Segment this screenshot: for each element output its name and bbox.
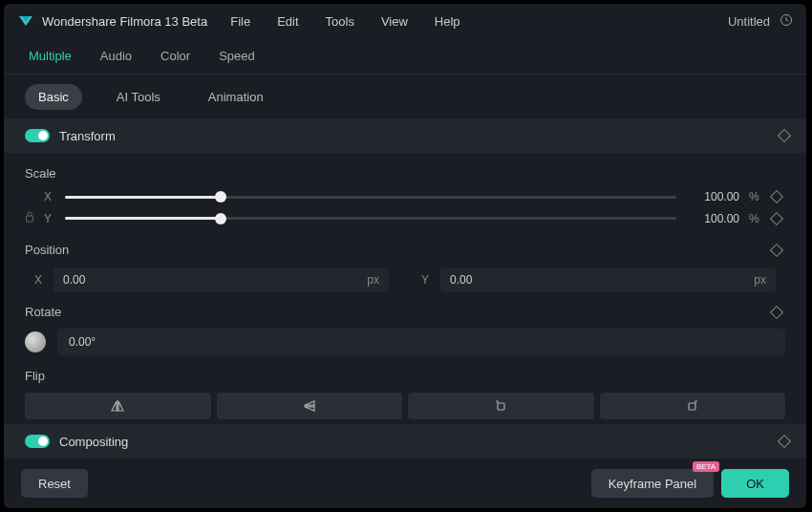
position-label: Position xyxy=(25,243,785,257)
scale-x-unit: % xyxy=(749,190,762,203)
scale-y-unit: % xyxy=(749,212,762,225)
rotate-label: Rotate xyxy=(25,305,785,319)
tab-multiple[interactable]: Multiple xyxy=(29,41,72,71)
scale-y-slider[interactable] xyxy=(65,217,676,220)
tabs-primary: Multiple Audio Color Speed xyxy=(4,38,806,75)
transform-keyframe-icon[interactable] xyxy=(778,129,791,142)
titlebar: Wondershare Filmora 13 Beta File Edit To… xyxy=(4,4,806,38)
position-keyframe-icon[interactable] xyxy=(770,243,783,256)
app-title: Wondershare Filmora 13 Beta xyxy=(42,14,207,29)
tab-speed[interactable]: Speed xyxy=(219,41,255,71)
scale-x-slider[interactable] xyxy=(65,196,676,199)
menu-bar: File Edit Tools View Help xyxy=(230,14,459,29)
transform-label: Transform xyxy=(59,129,780,143)
project-name[interactable]: Untitled xyxy=(728,14,770,29)
footer: Reset Keyframe Panel BETA OK xyxy=(4,459,806,508)
svg-rect-4 xyxy=(498,403,504,410)
history-icon[interactable] xyxy=(780,13,793,30)
tab-ai-tools[interactable]: AI Tools xyxy=(103,84,174,110)
tab-audio[interactable]: Audio xyxy=(100,41,132,71)
transform-toggle[interactable] xyxy=(25,129,50,142)
rotate-dial[interactable] xyxy=(25,331,46,352)
scale-y-value[interactable]: 100.00 xyxy=(686,212,739,225)
scale-x-axis-label: X xyxy=(44,190,55,203)
lock-icon[interactable] xyxy=(25,211,34,225)
app-logo-icon xyxy=(17,12,34,30)
svg-rect-1 xyxy=(27,216,33,222)
scale-x-value[interactable]: 100.00 xyxy=(686,190,739,203)
ok-button[interactable]: OK xyxy=(721,469,789,498)
scale-label: Scale xyxy=(25,166,785,181)
flip-rotate-ccw-button[interactable] xyxy=(600,393,786,419)
compositing-toggle[interactable] xyxy=(25,435,50,448)
menu-tools[interactable]: Tools xyxy=(326,14,354,29)
menu-edit[interactable]: Edit xyxy=(277,14,298,29)
scale-y-keyframe-icon[interactable] xyxy=(770,211,783,224)
tab-basic[interactable]: Basic xyxy=(25,84,82,110)
tabs-secondary: Basic AI Tools Animation xyxy=(4,75,806,118)
beta-badge: BETA xyxy=(693,461,719,472)
flip-label: Flip xyxy=(25,369,785,383)
flip-rotate-cw-button[interactable] xyxy=(408,393,594,419)
rotate-keyframe-icon[interactable] xyxy=(770,305,783,318)
compositing-label: Compositing xyxy=(59,435,780,449)
menu-file[interactable]: File xyxy=(230,14,250,29)
keyframe-panel-button[interactable]: Keyframe Panel BETA xyxy=(591,469,715,498)
svg-rect-5 xyxy=(689,403,695,410)
rotate-input[interactable]: 0.00° xyxy=(57,329,785,355)
section-compositing-header: Compositing xyxy=(4,424,806,459)
menu-view[interactable]: View xyxy=(381,14,408,29)
scale-x-keyframe-icon[interactable] xyxy=(770,190,783,203)
transform-content: Scale X 100.00 % Y 100.00 % Position X xyxy=(4,153,806,424)
position-x-input[interactable]: X 0.00 px xyxy=(25,267,398,293)
flip-vertical-button[interactable] xyxy=(217,393,403,419)
menu-help[interactable]: Help xyxy=(435,14,460,29)
section-transform-header: Transform xyxy=(4,118,806,153)
tab-color[interactable]: Color xyxy=(160,41,190,71)
position-y-input[interactable]: Y 0.00 px xyxy=(412,267,785,293)
compositing-keyframe-icon[interactable] xyxy=(778,435,791,448)
reset-button[interactable]: Reset xyxy=(21,469,88,498)
tab-animation[interactable]: Animation xyxy=(195,84,277,110)
scale-y-axis-label: Y xyxy=(44,212,55,225)
flip-horizontal-button[interactable] xyxy=(25,393,211,419)
